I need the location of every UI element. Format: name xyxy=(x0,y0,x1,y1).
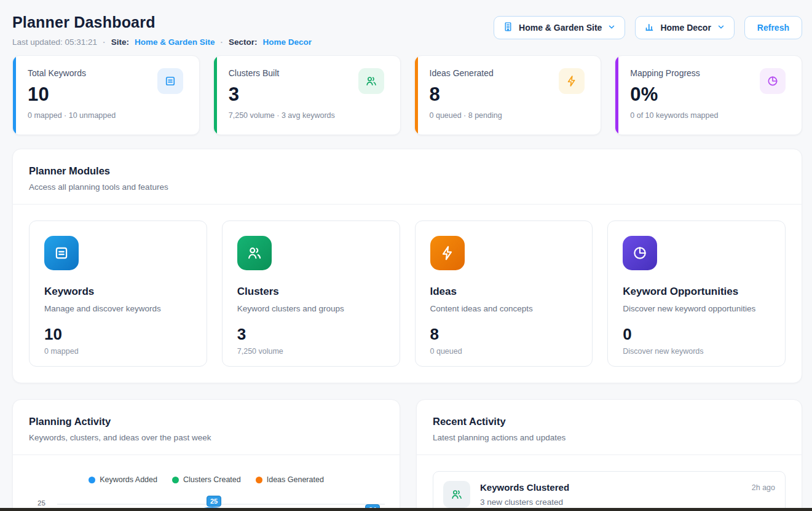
module-description: Manage and discover keywords xyxy=(44,304,192,313)
section-divider xyxy=(13,454,400,455)
bar-chart-icon xyxy=(644,21,655,34)
planning-activity-head: Planning Activity Keywords, clusters, an… xyxy=(13,400,400,454)
legend-dot xyxy=(172,477,179,483)
planning-activity-subtitle: Keywords, clusters, and ideas over the p… xyxy=(29,433,384,442)
module-sub-label: Discover new keywords xyxy=(623,347,770,356)
users-icon xyxy=(358,68,384,94)
modules-section-subtitle: Access all planning tools and features xyxy=(29,182,786,192)
module-value: 0 xyxy=(623,325,770,344)
pie-chart-icon xyxy=(760,68,786,94)
stats-row: Total Keywords 10 0 mapped · 10 unmapped… xyxy=(12,55,802,135)
module-sub-label: 0 queued xyxy=(430,347,578,356)
modules-grid: Keywords Manage and discover keywords 10… xyxy=(13,205,802,383)
sector-selector-dropdown[interactable]: Home Decor xyxy=(635,16,734,39)
data-label-peak: 25 xyxy=(207,496,221,507)
sector-selector-value: Home Decor xyxy=(660,23,711,33)
stat-subtitle: 7,250 volume · 3 avg keywords xyxy=(229,111,385,120)
legend-dot xyxy=(256,477,262,483)
module-card-keyword-opportunities[interactable]: Keyword Opportunities Discover new keywo… xyxy=(607,220,786,367)
module-description: Content ideas and concepts xyxy=(430,304,578,313)
activity-title: Keywords Clustered xyxy=(480,482,742,493)
legend-label: Ideas Generated xyxy=(267,475,324,484)
meta-separator: · xyxy=(220,37,223,47)
header-meta: Last updated: 05:31:21 · Site: Home & Ga… xyxy=(12,37,312,47)
recent-activity-title: Recent Activity xyxy=(433,416,786,427)
chevron-down-icon xyxy=(717,23,725,33)
stat-subtitle: 0 mapped · 10 unmapped xyxy=(28,111,184,120)
sector-link[interactable]: Home Decor xyxy=(262,37,312,47)
activity-list-item: Keywords Clustered 3 new clusters create… xyxy=(433,471,786,511)
module-value: 3 xyxy=(237,325,385,344)
module-card-keywords[interactable]: Keywords Manage and discover keywords 10… xyxy=(29,220,207,367)
legend-item-keywords-added[interactable]: Keywords Added xyxy=(89,475,157,484)
activity-timestamp: 2h ago xyxy=(752,481,775,492)
activity-body: Keywords Clustered 3 new clusters create… xyxy=(480,481,742,507)
modules-section-head: Planner Modules Access all planning tool… xyxy=(13,149,802,204)
module-card-ideas[interactable]: Ideas Content ideas and concepts 8 0 que… xyxy=(415,220,593,367)
legend-item-clusters-created[interactable]: Clusters Created xyxy=(172,475,241,484)
section-divider xyxy=(417,454,802,455)
chart-legend: Keywords Added Clusters Created Ideas Ge… xyxy=(13,475,400,484)
site-selector-value: Home & Garden Site xyxy=(519,23,602,33)
lightning-icon xyxy=(430,236,465,270)
recent-activity-panel: Recent Activity Latest planning actions … xyxy=(416,399,802,511)
document-icon xyxy=(157,68,183,94)
sector-label: Sector: xyxy=(229,37,258,47)
module-title: Ideas xyxy=(430,286,578,298)
page-header: Planner Dashboard Last updated: 05:31:21… xyxy=(12,10,802,47)
planner-modules-section: Planner Modules Access all planning tool… xyxy=(12,149,802,383)
chevron-down-icon xyxy=(607,23,616,33)
module-sub-label: 7,250 volume xyxy=(237,347,385,356)
viewport-bottom-strip xyxy=(0,508,812,511)
module-title: Keywords xyxy=(44,286,192,298)
stat-card-clusters-built: Clusters Built 3 7,250 volume · 3 avg ke… xyxy=(213,55,401,135)
module-value: 10 xyxy=(44,325,192,344)
planning-activity-panel: Planning Activity Keywords, clusters, an… xyxy=(12,399,400,511)
pie-chart-icon xyxy=(623,236,657,270)
document-icon xyxy=(44,236,79,270)
stat-subtitle: 0 of 10 keywords mapped xyxy=(630,111,787,120)
users-icon xyxy=(237,236,272,270)
page-title: Planner Dashboard xyxy=(12,14,312,31)
module-title: Clusters xyxy=(237,286,385,298)
bottom-row: Planning Activity Keywords, clusters, an… xyxy=(12,399,802,511)
building-icon xyxy=(503,21,513,34)
stat-card-mapping-progress: Mapping Progress 0% 0 of 10 keywords map… xyxy=(615,55,802,135)
legend-item-ideas-generated[interactable]: Ideas Generated xyxy=(256,475,324,484)
y-axis-tick: 25 xyxy=(37,499,45,507)
legend-dot xyxy=(89,477,95,483)
site-label: Site: xyxy=(111,37,129,47)
header-left: Planner Dashboard Last updated: 05:31:21… xyxy=(12,10,312,47)
lightning-icon xyxy=(559,68,585,94)
site-link[interactable]: Home & Garden Site xyxy=(135,37,215,47)
module-description: Discover new keyword opportunities xyxy=(623,304,770,313)
legend-label: Clusters Created xyxy=(183,475,241,484)
planning-activity-title: Planning Activity xyxy=(29,416,384,427)
modules-section-title: Planner Modules xyxy=(29,165,786,177)
header-controls: Home & Garden Site Home Decor Refresh xyxy=(494,16,802,39)
legend-label: Keywords Added xyxy=(100,475,157,484)
stat-subtitle: 0 queued · 8 pending xyxy=(430,111,586,120)
recent-activity-head: Recent Activity Latest planning actions … xyxy=(417,400,802,454)
users-icon xyxy=(443,481,470,508)
stat-card-ideas-generated: Ideas Generated 8 0 queued · 8 pending xyxy=(414,55,602,135)
planner-dashboard-page: Planner Dashboard Last updated: 05:31:21… xyxy=(0,0,812,511)
activity-description: 3 new clusters created xyxy=(480,497,742,507)
site-selector-dropdown[interactable]: Home & Garden Site xyxy=(494,16,625,39)
module-card-clusters[interactable]: Clusters Keyword clusters and groups 3 7… xyxy=(222,220,400,367)
module-title: Keyword Opportunities xyxy=(623,286,770,298)
stat-card-total-keywords: Total Keywords 10 0 mapped · 10 unmapped xyxy=(12,55,200,135)
module-description: Keyword clusters and groups xyxy=(237,304,385,313)
module-sub-label: 0 mapped xyxy=(44,347,192,356)
module-value: 8 xyxy=(430,325,578,344)
refresh-button[interactable]: Refresh xyxy=(744,16,802,39)
meta-separator: · xyxy=(103,37,106,47)
last-updated-text: Last updated: 05:31:21 xyxy=(12,37,97,47)
recent-activity-subtitle: Latest planning actions and updates xyxy=(433,433,786,442)
